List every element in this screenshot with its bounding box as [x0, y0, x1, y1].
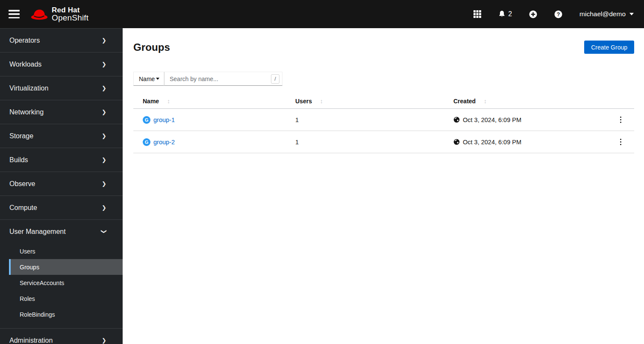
sidebar-item-label: User Management: [9, 228, 66, 236]
svg-text:?: ?: [557, 11, 560, 17]
sidebar-section: Observe❯: [0, 172, 123, 195]
sidebar-item-virtualization[interactable]: Virtualization❯: [0, 76, 123, 100]
group-resource-icon: G: [143, 138, 150, 146]
search-field-wrap: /: [164, 72, 282, 86]
table-row: Ggroup-21Oct 3, 2024, 6:09 PM: [133, 131, 634, 153]
sidebar-item-operators[interactable]: Operators❯: [0, 28, 123, 52]
column-header-created[interactable]: Created ↕: [447, 96, 607, 109]
globe-icon: [453, 139, 460, 145]
search-input[interactable]: [164, 72, 282, 86]
redhat-fedora-icon: [30, 7, 48, 20]
sidebar-subnav: UsersGroupsServiceAccountsRolesRoleBindi…: [9, 243, 123, 328]
sidebar-item-storage[interactable]: Storage❯: [0, 124, 123, 148]
sidebar-nav: Operators❯Workloads❯Virtualization❯Netwo…: [0, 28, 123, 344]
filter-field-label: Name: [139, 76, 155, 82]
sidebar-item-label: Workloads: [9, 61, 41, 68]
apps-grid-icon: [473, 10, 481, 18]
sidebar-item-builds[interactable]: Builds❯: [0, 148, 123, 172]
chevron-right-icon: ❯: [102, 109, 106, 115]
sidebar-item-label: Networking: [9, 108, 44, 116]
sidebar-section: Virtualization❯: [0, 76, 123, 100]
sort-icon[interactable]: ↕: [484, 98, 487, 105]
groups-table: Name ↕ Users ↕ Created ↕ Ggroup-11Oct 3,…: [133, 96, 634, 153]
user-menu-button[interactable]: michael@demo: [579, 10, 634, 18]
sidebar-item-compute[interactable]: Compute❯: [0, 195, 123, 219]
chevron-right-icon: ❯: [102, 157, 106, 163]
chevron-right-icon: ❯: [102, 38, 106, 43]
masthead-toolbar: 2 ? michael@demo: [473, 10, 644, 18]
filter-toolbar: Name /: [133, 72, 634, 86]
users-count: 1: [288, 131, 447, 153]
group-link[interactable]: group-2: [153, 139, 175, 146]
keyboard-shortcut-hint: /: [271, 74, 279, 84]
table-header-row: Name ↕ Users ↕ Created ↕: [133, 96, 634, 109]
sidebar-section: Administration❯: [0, 328, 123, 344]
sort-icon[interactable]: ↕: [167, 98, 170, 105]
sidebar-section: Compute❯: [0, 195, 123, 219]
created-timestamp: Oct 3, 2024, 6:09 PM: [453, 139, 600, 146]
sidebar-item-label: Observe: [9, 180, 35, 188]
sidebar-section: Operators❯: [0, 28, 123, 52]
sidebar-item-groups[interactable]: Groups: [9, 259, 123, 275]
sidebar-section: Builds❯: [0, 148, 123, 172]
sidebar-section: Networking❯: [0, 100, 123, 124]
chevron-right-icon: ❯: [102, 338, 106, 343]
page-title: Groups: [133, 41, 170, 53]
sidebar-item-user-management[interactable]: User Management❯: [0, 219, 123, 243]
sidebar-section: Storage❯: [0, 124, 123, 148]
chevron-right-icon: ❯: [102, 181, 106, 187]
group-resource-icon: G: [143, 116, 150, 124]
app-launcher-button[interactable]: [473, 10, 481, 18]
chevron-down-icon: ❯: [101, 229, 107, 234]
created-timestamp: Oct 3, 2024, 6:09 PM: [453, 117, 600, 123]
masthead: Red Hat OpenShift 2: [0, 0, 644, 28]
sidebar-item-rolebindings[interactable]: RoleBindings: [9, 306, 123, 322]
notification-count: 2: [508, 10, 512, 18]
main-content: Groups Create Group Name / Name ↕: [123, 28, 644, 344]
page-header: Groups Create Group: [133, 41, 634, 53]
sidebar-section: User Management❯UsersGroupsServiceAccoun…: [0, 219, 123, 328]
chevron-right-icon: ❯: [102, 85, 106, 91]
create-group-button[interactable]: Create Group: [584, 41, 634, 54]
sort-icon[interactable]: ↕: [320, 98, 323, 105]
sidebar-item-workloads[interactable]: Workloads❯: [0, 52, 123, 76]
brand-line1: Red Hat: [52, 6, 88, 14]
caret-down-icon: [156, 78, 159, 80]
chevron-right-icon: ❯: [102, 61, 106, 67]
bell-icon: [498, 10, 506, 18]
sidebar-item-serviceaccounts[interactable]: ServiceAccounts: [9, 275, 123, 291]
sidebar-item-networking[interactable]: Networking❯: [0, 100, 123, 124]
kebab-menu-button[interactable]: [618, 115, 623, 125]
sidebar-item-administration[interactable]: Administration❯: [0, 328, 123, 344]
globe-icon: [453, 117, 460, 123]
sidebar-item-roles[interactable]: Roles: [9, 291, 123, 306]
brand-logo: Red Hat OpenShift: [30, 6, 88, 22]
plus-circle-icon: [529, 10, 537, 18]
kebab-menu-button[interactable]: [618, 137, 623, 147]
column-header-users[interactable]: Users ↕: [288, 96, 447, 109]
column-header-name[interactable]: Name ↕: [133, 96, 288, 109]
chevron-right-icon: ❯: [102, 133, 106, 139]
quick-create-button[interactable]: [529, 10, 537, 18]
sidebar-item-label: Administration: [9, 337, 53, 344]
table-row: Ggroup-11Oct 3, 2024, 6:09 PM: [133, 109, 634, 131]
sidebar-section: Workloads❯: [0, 52, 123, 76]
filter-field-dropdown[interactable]: Name: [133, 72, 164, 86]
sidebar-item-label: Operators: [9, 37, 40, 44]
sidebar-item-label: Virtualization: [9, 85, 48, 92]
sidebar-item-observe[interactable]: Observe❯: [0, 172, 123, 195]
chevron-right-icon: ❯: [102, 205, 106, 210]
username: michael@demo: [579, 10, 626, 18]
users-count: 1: [288, 109, 447, 131]
brand-line2: OpenShift: [52, 14, 88, 22]
caret-down-icon: [629, 13, 634, 15]
hamburger-icon: [9, 10, 20, 12]
question-circle-icon: ?: [554, 10, 562, 18]
group-link[interactable]: group-1: [153, 117, 175, 123]
column-header-actions: [607, 96, 634, 109]
sidebar-item-label: Builds: [9, 156, 28, 164]
sidebar-item-users[interactable]: Users: [9, 243, 123, 259]
notifications-button[interactable]: 2: [498, 10, 512, 18]
help-button[interactable]: ?: [554, 10, 562, 18]
nav-toggle-button[interactable]: [9, 10, 20, 18]
